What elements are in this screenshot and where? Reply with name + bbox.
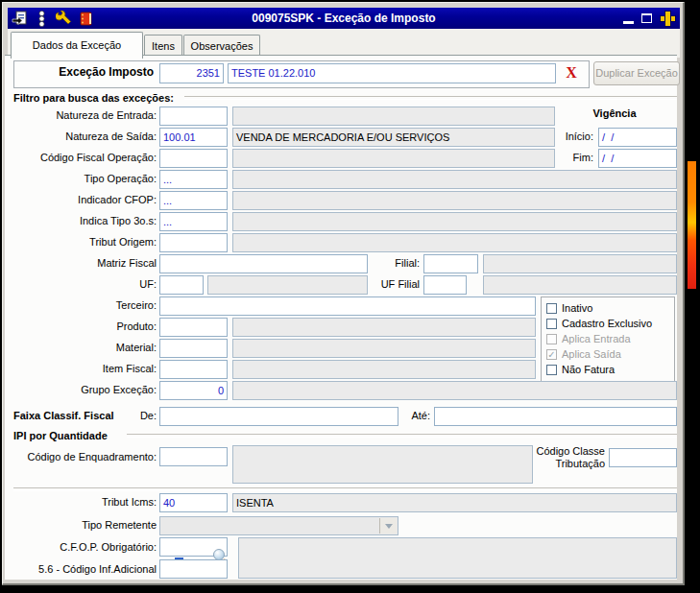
traffic-light-icon[interactable]: [34, 11, 50, 27]
codigo-inf-adicional-input[interactable]: [159, 559, 228, 579]
filter-section-title: Filtro para busca das exceções:: [13, 92, 174, 105]
natureza-entrada-label: Natureza de Entrada:: [12, 109, 157, 122]
codigo-fiscal-operacao-input[interactable]: [159, 149, 228, 168]
codigo-classe-input[interactable]: [609, 448, 677, 467]
tribut-origem-label: Tribut Origem:: [12, 236, 157, 249]
indicador-cfop-input[interactable]: ...: [159, 191, 228, 210]
grupo-excecao-input[interactable]: 0: [159, 381, 228, 400]
plus-close-icon[interactable]: [660, 11, 676, 27]
codigo-enquadramento-input[interactable]: [159, 447, 228, 466]
uf-filial-desc: [483, 275, 677, 295]
produto-input[interactable]: [159, 318, 228, 337]
checkbox-label: Aplica Entrada: [562, 333, 631, 344]
uf-filial-input[interactable]: [423, 275, 467, 295]
checkbox-inativo[interactable]: Inativo: [546, 301, 592, 315]
checkbox-label: Inativo: [562, 302, 592, 314]
bottom-divider: [13, 487, 677, 491]
cfop-obrigatorio-label: C.F.O.P. Obrigatório:: [12, 541, 157, 554]
report-exit-icon[interactable]: [12, 11, 28, 27]
produto-label: Produto:: [12, 320, 157, 333]
inicio-date-input[interactable]: / /: [598, 128, 677, 147]
tab-dados-da-excecao[interactable]: Dados da Exceção: [11, 32, 143, 59]
codigo-fiscal-operacao-desc: [232, 149, 555, 168]
vigencia-title: Vigência: [567, 107, 663, 120]
tribut-origem-desc: [232, 233, 677, 252]
fim-date-input[interactable]: / /: [598, 149, 677, 168]
checkbox-aplica-saida: ✓ Aplica Saída: [546, 347, 621, 361]
ipi-divider: [127, 434, 677, 438]
natureza-saida-label: Natureza de Saída:: [12, 130, 157, 143]
indica-tipo-3os-label: Indica Tipo 3o.s:: [12, 215, 157, 227]
exception-code-input[interactable]: 2351: [159, 63, 224, 83]
faixa-ate-input[interactable]: [434, 407, 677, 426]
checkbox-aplica-entrada: Aplica Entrada: [546, 332, 631, 345]
checkbox-box[interactable]: [546, 303, 557, 314]
inicio-label: Início:: [533, 130, 593, 143]
tipo-remetente-select[interactable]: [159, 516, 398, 535]
grupo-excecao-desc: [232, 381, 677, 400]
checkbox-label: Não Fatura: [562, 364, 615, 375]
clear-x-button[interactable]: X: [561, 63, 582, 83]
matriz-fiscal-input[interactable]: [159, 254, 368, 273]
checkbox-box[interactable]: [546, 319, 557, 329]
terceiro-label: Terceiro:: [12, 299, 157, 312]
natureza-saida-input[interactable]: 100.01: [159, 128, 228, 147]
checkbox-box[interactable]: [546, 365, 557, 375]
filter-divider: [184, 96, 677, 100]
tipo-remetente-value: [160, 521, 163, 533]
chevron-down-icon[interactable]: [379, 518, 397, 534]
fim-label: Fim:: [533, 152, 593, 164]
tipo-operacao-input[interactable]: ...: [159, 170, 228, 189]
tribut-icms-desc: ISENTA: [232, 493, 677, 512]
indicador-cfop-label: Indicador CFOP:: [12, 194, 157, 206]
faixa-de-input[interactable]: [159, 407, 398, 426]
cfop-obrigatorio-desc: [238, 537, 677, 579]
codigo-enquadramento-label: Código de Enquadramento:: [12, 451, 157, 463]
indica-tipo-3os-input[interactable]: ...: [159, 212, 228, 231]
background-accent-strip: [688, 161, 696, 289]
exception-description-input[interactable]: TESTE 01.22.010: [228, 63, 556, 83]
minimize-icon[interactable]: [623, 21, 634, 24]
codigo-fiscal-operacao-label: Código Fiscal Operação:: [12, 152, 157, 164]
ipi-section-title: IPI por Quantidade: [13, 430, 108, 442]
indicador-cfop-desc: [232, 191, 677, 210]
produto-desc: [232, 318, 536, 337]
checkbox-label: Aplica Saída: [562, 348, 621, 360]
material-input[interactable]: [159, 339, 228, 358]
filial-label: Filial:: [362, 257, 420, 270]
faixa-ate-label: Até:: [389, 410, 430, 422]
header-label: Exceção Imposto: [19, 66, 154, 79]
codigo-classe-label-1: Código Classe: [509, 445, 605, 458]
wrench-icon[interactable]: [56, 11, 72, 27]
matriz-fiscal-label: Matriz Fiscal: [12, 257, 157, 270]
checkbox-label: Cadastro Exclusivo: [562, 318, 652, 329]
tribut-icms-input[interactable]: 40: [159, 493, 228, 512]
tipo-remetente-label: Tipo Remetente: [12, 519, 157, 532]
terceiro-input[interactable]: [159, 296, 536, 316]
notebook-icon[interactable]: [78, 11, 94, 27]
checkbox-cadastro-exclusivo[interactable]: Cadastro Exclusivo: [546, 317, 652, 330]
material-label: Material:: [12, 342, 157, 354]
tipo-operacao-desc: [232, 170, 677, 189]
duplicate-exception-button[interactable]: Duplicar Exceção: [593, 61, 680, 85]
item-fiscal-label: Item Fiscal:: [12, 363, 157, 375]
codigo-classe-label-2: Tributação: [509, 458, 605, 470]
natureza-entrada-desc: [232, 107, 555, 126]
checkbox-nao-fatura[interactable]: Não Fatura: [546, 363, 615, 376]
natureza-entrada-input[interactable]: [159, 107, 228, 126]
item-fiscal-input[interactable]: [159, 360, 228, 379]
window-title: 009075SPK - Exceção de Imposto: [104, 8, 584, 29]
maximize-icon[interactable]: [641, 13, 652, 23]
cfop-obrigatorio-input[interactable]: ...: [159, 537, 228, 557]
desktop: 009075SPK - Exceção de Imposto Dados da …: [0, 0, 700, 593]
natureza-saida-desc: VENDA DE MERCADORIA E/OU SERVIÇOS: [232, 128, 555, 147]
checkbox-box: ✓: [546, 349, 557, 360]
titlebar-toolbar: [12, 10, 94, 27]
filial-input[interactable]: [423, 254, 478, 273]
uf-input[interactable]: [159, 275, 204, 295]
codigo-inf-adicional-label: 5.6 - Código Inf.Adicional: [12, 563, 157, 576]
tribut-origem-input[interactable]: [159, 233, 228, 252]
faixa-de-label: De:: [106, 410, 157, 422]
titlebar[interactable]: 009075SPK - Exceção de Imposto: [8, 8, 680, 29]
indica-tipo-3os-desc: [232, 212, 677, 231]
